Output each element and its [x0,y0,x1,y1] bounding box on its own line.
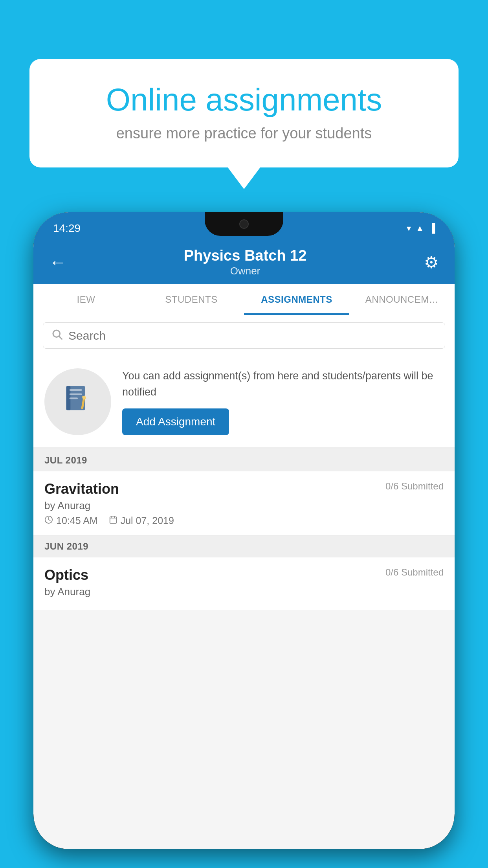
tab-iew-label: IEW [77,294,95,305]
header-subtitle: Owner [66,265,424,277]
assignment-meta-gravitation: 10:45 AM Jul 07, 2019 [44,515,444,526]
speech-bubble: Online assignments ensure more practice … [29,59,459,167]
status-time: 14:29 [53,222,81,235]
tab-assignments-label: ASSIGNMENTS [261,294,332,305]
add-assignment-promo: You can add assignment(s) from here and … [33,356,455,449]
phone-frame: 14:29 ▾ ▲ ▐ ← Physics Batch 12 Owner ⚙ I… [33,212,455,849]
svg-rect-10 [110,517,116,523]
promo-icon-circle [44,368,111,435]
tab-students-label: STUDENTS [165,294,217,305]
phone-screen: 14:29 ▾ ▲ ▐ ← Physics Batch 12 Owner ⚙ I… [33,212,455,849]
settings-icon[interactable]: ⚙ [424,253,439,272]
assignment-date-gravitation: Jul 07, 2019 [109,515,174,526]
tab-announcements-label: ANNOUNCEM… [365,294,438,305]
search-bar-container [33,315,455,356]
battery-icon: ▐ [429,223,435,234]
assignment-item-optics[interactable]: Optics 0/6 Submitted by Anurag [33,557,455,610]
calendar-icon [109,515,117,526]
promo-text: You can add assignment(s) from here and … [122,368,444,400]
signal-icon: ▲ [416,223,424,234]
header-center: Physics Batch 12 Owner [66,247,424,277]
section-header-jul: JUL 2019 [33,449,455,471]
svg-rect-6 [70,397,78,399]
header-title: Physics Batch 12 [66,247,424,264]
front-camera [239,219,249,229]
search-bar[interactable] [43,322,445,349]
assignment-author-gravitation: by Anurag [44,500,444,512]
search-icon [51,328,63,343]
svg-rect-5 [70,393,82,395]
bubble-subtitle: ensure more practice for your students [57,125,431,142]
tab-assignments[interactable]: ASSIGNMENTS [244,284,349,315]
assignment-title-gravitation: Gravitation [44,481,119,497]
tab-students[interactable]: STUDENTS [139,284,244,315]
speech-bubble-container: Online assignments ensure more practice … [29,59,459,167]
section-header-jul-label: JUL 2019 [44,455,87,465]
back-button[interactable]: ← [49,252,66,272]
app-header: ← Physics Batch 12 Owner ⚙ [33,241,455,284]
assignment-item-gravitation[interactable]: Gravitation 0/6 Submitted by Anurag 10:4… [33,471,455,535]
phone-notch [205,212,283,236]
status-icons: ▾ ▲ ▐ [407,223,435,234]
date-text-gravitation: Jul 07, 2019 [121,515,174,526]
assignment-submitted-gravitation: 0/6 Submitted [385,481,444,492]
assignment-title-optics: Optics [44,567,88,583]
assignment-row-top-optics: Optics 0/6 Submitted [44,567,444,583]
assignment-time-gravitation: 10:45 AM [44,515,98,526]
tab-iew[interactable]: IEW [33,284,139,315]
assignment-author-optics: by Anurag [44,586,444,598]
search-input[interactable] [68,329,437,342]
add-assignment-button[interactable]: Add Assignment [122,408,229,435]
wifi-icon: ▾ [407,223,411,234]
clock-icon [44,515,53,526]
section-header-jun-label: JUN 2019 [44,541,88,552]
bubble-title: Online assignments [57,83,431,117]
section-header-jun: JUN 2019 [33,535,455,557]
tab-bar: IEW STUDENTS ASSIGNMENTS ANNOUNCEM… [33,284,455,315]
svg-line-1 [59,337,62,339]
tab-announcements[interactable]: ANNOUNCEM… [349,284,455,315]
screen-content: You can add assignment(s) from here and … [33,315,455,849]
time-text-gravitation: 10:45 AM [56,515,98,526]
promo-content: You can add assignment(s) from here and … [122,368,444,435]
svg-rect-4 [70,389,82,391]
notebook-icon [62,383,94,421]
assignment-row-top: Gravitation 0/6 Submitted [44,481,444,497]
assignment-submitted-optics: 0/6 Submitted [385,567,444,578]
